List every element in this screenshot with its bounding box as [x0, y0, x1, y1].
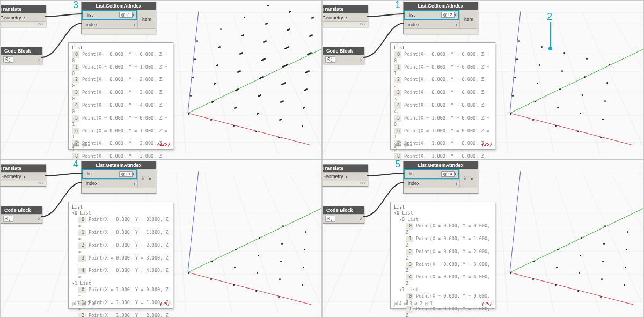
axes [467, 160, 643, 318]
codeblock-title: Code Block [1, 206, 42, 214]
point [255, 290, 257, 292]
point [188, 272, 189, 274]
code-block-node[interactable]: Code Block 0; › [323, 47, 364, 64]
point [280, 261, 282, 262]
point [600, 296, 602, 298]
chevron-right-icon: › [24, 14, 25, 20]
point [305, 231, 306, 233]
point [627, 231, 628, 233]
callout-line [550, 22, 551, 48]
preview-footer-left: @L2 @L1 [394, 142, 412, 147]
chevron-right-icon: › [360, 57, 362, 63]
viewport-3d[interactable] [467, 1, 643, 159]
callout-dot [548, 47, 552, 50]
chevron-right-icon: › [456, 21, 457, 27]
callout-number: 3 [73, 1, 78, 11]
point [602, 261, 604, 262]
point [557, 249, 559, 250]
point [303, 267, 304, 268]
point [235, 249, 237, 250]
svg-line-3 [510, 113, 633, 145]
chevron-right-icon: › [360, 216, 362, 221]
translate-node[interactable]: .Translate Geometry › xxx [323, 5, 368, 27]
geometry-output-port[interactable]: Geometry › [1, 13, 46, 21]
point [302, 284, 303, 286]
preview-footer-left: @L3 @L2 @L1 [72, 301, 100, 306]
chevron-right-icon: › [38, 216, 40, 221]
svg-line-10 [510, 208, 643, 272]
translate-title: .Translate [323, 165, 368, 172]
geometry-output-port[interactable]: Geometry › [323, 172, 368, 181]
point [556, 267, 558, 268]
point [259, 237, 260, 239]
svg-line-11 [510, 171, 521, 272]
point [233, 284, 235, 286]
panel-top-left: .Translate Geometry › xxx Code Block 0; … [1, 1, 321, 159]
preview-footer-left: @L4 @L3 @L2 @L1 [394, 301, 433, 306]
svg-line-2 [188, 11, 199, 113]
point [533, 261, 535, 262]
point [532, 278, 534, 280]
chevron-right-icon: › [456, 181, 457, 187]
callout-number: 5 [395, 160, 400, 170]
lacing-value[interactable]: @L1 [119, 12, 133, 18]
viewport-3d[interactable] [467, 160, 643, 318]
codeblock-body[interactable]: 0; › [1, 55, 42, 64]
code-input[interactable]: 0; [3, 56, 13, 63]
index-input-port[interactable]: index › [82, 179, 137, 188]
code-block-node[interactable]: Code Block 0; › [323, 206, 364, 224]
translate-title: .Translate [1, 165, 46, 172]
lacing-value[interactable]: @L4 [441, 171, 455, 177]
point [626, 249, 627, 250]
code-input[interactable]: 0; [325, 56, 335, 63]
codeblock-title: Code Block [323, 206, 364, 214]
codeblock-body[interactable]: 0; › [323, 214, 364, 223]
geometry-output-port[interactable]: Geometry › [1, 172, 46, 181]
chevron-right-icon: › [134, 181, 135, 187]
lacing-value[interactable]: @L2 [441, 12, 455, 18]
index-input-port[interactable]: index › [82, 20, 137, 28]
translate-node[interactable]: .Translate Geometry › xxx [1, 5, 46, 27]
point [581, 237, 582, 239]
point [604, 225, 606, 227]
index-input-port[interactable]: index › [404, 20, 459, 28]
code-block-node[interactable]: Code Block 0; › [1, 47, 42, 64]
translate-node[interactable]: .Translate Geometry › xxx [323, 164, 368, 187]
codeblock-body[interactable]: 0; › [1, 214, 42, 223]
point [278, 296, 280, 298]
code-input[interactable]: 0; [3, 216, 13, 222]
chevron-right-icon: › [24, 174, 25, 180]
svg-line-4 [510, 49, 643, 113]
callout-number: 1 [395, 1, 400, 11]
list-input-port[interactable]: list @L1 › [82, 10, 137, 20]
list-input-port[interactable]: list @L4 › [404, 169, 459, 179]
point [281, 243, 283, 245]
lacing-value[interactable]: @L3 [119, 171, 133, 177]
chevron-right-icon: › [38, 57, 40, 63]
point [234, 267, 236, 268]
point [510, 272, 511, 274]
svg-line-8 [188, 171, 199, 272]
chevron-right-icon: › [455, 12, 456, 18]
point [555, 284, 557, 286]
viewport-3d[interactable] [145, 1, 321, 159]
translate-node[interactable]: .Translate Geometry › xxx [1, 164, 46, 187]
viewport-3d[interactable] [145, 160, 321, 318]
panel-top-right: .Translate Geometry › xxx Code Block 0; … [323, 1, 643, 159]
axes [145, 1, 321, 159]
list-input-port[interactable]: list @L3 › [82, 169, 137, 179]
code-input[interactable]: 0; [325, 216, 335, 222]
preview-footer-left: @L2 @L1 [72, 142, 90, 147]
translate-title: .Translate [323, 5, 368, 13]
geometry-output-port[interactable]: Geometry › [323, 13, 368, 21]
index-input-port[interactable]: index › [404, 179, 459, 188]
point [304, 249, 305, 250]
list-input-port[interactable]: list @L2 › [404, 10, 459, 20]
codeblock-body[interactable]: 0; › [323, 55, 364, 64]
chevron-right-icon: › [133, 171, 134, 177]
code-block-node[interactable]: Code Block 0; › [1, 206, 42, 224]
svg-line-5 [510, 11, 521, 113]
svg-line-9 [510, 272, 633, 305]
point [258, 255, 259, 256]
point [579, 272, 580, 274]
